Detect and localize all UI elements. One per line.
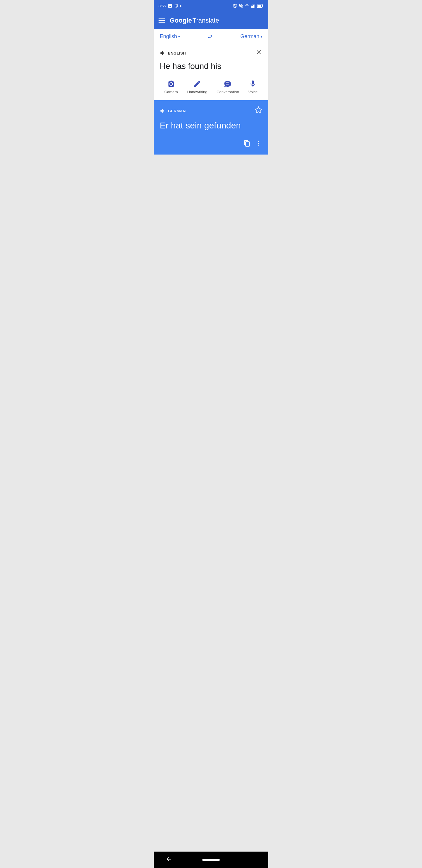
translation-header: GERMAN (160, 106, 262, 116)
svg-rect-3 (254, 4, 255, 8)
svg-rect-2 (253, 5, 254, 8)
google-brand: Google (170, 17, 192, 24)
input-lang-text: ENGLISH (168, 51, 186, 55)
conversation-button[interactable]: Conversation (217, 80, 239, 94)
input-section: ENGLISH He has found his Camera Handwrit… (154, 44, 268, 100)
status-time: 8:55 (159, 4, 166, 8)
copy-icon (244, 140, 251, 147)
alarm-status-icon (174, 4, 178, 8)
voice-label: Voice (248, 90, 258, 94)
handwriting-label: Handwriting (187, 90, 207, 94)
more-options-button[interactable] (255, 140, 262, 149)
handwriting-icon (193, 80, 201, 88)
source-language-button[interactable]: English ▾ (160, 33, 180, 39)
svg-marker-7 (255, 107, 262, 113)
wifi-icon (245, 3, 249, 8)
input-language-label: ENGLISH (160, 50, 186, 56)
photo-icon (168, 3, 172, 8)
copy-button[interactable] (244, 140, 251, 149)
menu-icon (159, 22, 165, 23)
status-right (232, 3, 263, 8)
more-icon (255, 140, 262, 147)
app-name: Translate (193, 17, 219, 24)
input-header: ENGLISH (160, 49, 262, 58)
svg-rect-6 (263, 5, 263, 7)
app-title: Google Translate (170, 17, 219, 24)
speaker-translation-icon[interactable] (160, 108, 166, 114)
notification-dot (180, 5, 182, 7)
conversation-icon (224, 80, 232, 88)
menu-icon (159, 19, 165, 19)
gray-area (154, 155, 268, 248)
camera-label: Camera (164, 90, 178, 94)
alarm-icon (232, 3, 237, 8)
star-icon (255, 106, 262, 114)
camera-icon (167, 80, 175, 88)
target-language-label: German (240, 33, 259, 39)
voice-icon (249, 80, 257, 88)
battery-icon (257, 4, 263, 8)
status-left: 8:55 (159, 3, 182, 8)
swap-languages-button[interactable] (206, 34, 214, 39)
speaker-icon[interactable] (160, 50, 166, 56)
menu-button[interactable] (159, 19, 165, 23)
voice-button[interactable]: Voice (248, 80, 258, 94)
signal-icon (251, 3, 256, 8)
swap-icon (206, 34, 214, 39)
mute-icon (238, 3, 243, 8)
translation-language-label: GERMAN (160, 108, 186, 114)
handwriting-button[interactable]: Handwriting (187, 80, 207, 94)
translation-actions (160, 140, 262, 149)
svg-rect-1 (252, 6, 253, 8)
close-icon (255, 49, 262, 56)
target-lang-dropdown-icon: ▾ (261, 35, 262, 39)
menu-icon (159, 20, 165, 21)
source-language-label: English (160, 33, 177, 39)
target-language-button[interactable]: German ▾ (240, 33, 262, 39)
source-lang-dropdown-icon: ▾ (178, 35, 180, 39)
favorite-button[interactable] (255, 106, 262, 116)
action-buttons: Camera Handwriting Conversation Voice (160, 78, 262, 95)
input-text[interactable]: He has found his (160, 61, 262, 71)
svg-rect-0 (251, 6, 252, 8)
translation-section: GERMAN Er hat sein gefunden (154, 100, 268, 155)
svg-rect-5 (257, 5, 261, 7)
conversation-label: Conversation (217, 90, 239, 94)
language-selector: English ▾ German ▾ (154, 29, 268, 44)
app-bar: Google Translate (154, 12, 268, 29)
camera-button[interactable]: Camera (164, 80, 178, 94)
clear-button[interactable] (255, 49, 262, 58)
status-bar: 8:55 (154, 0, 268, 12)
translation-text: Er hat sein gefunden (160, 120, 262, 131)
translation-lang-text: GERMAN (168, 109, 186, 113)
